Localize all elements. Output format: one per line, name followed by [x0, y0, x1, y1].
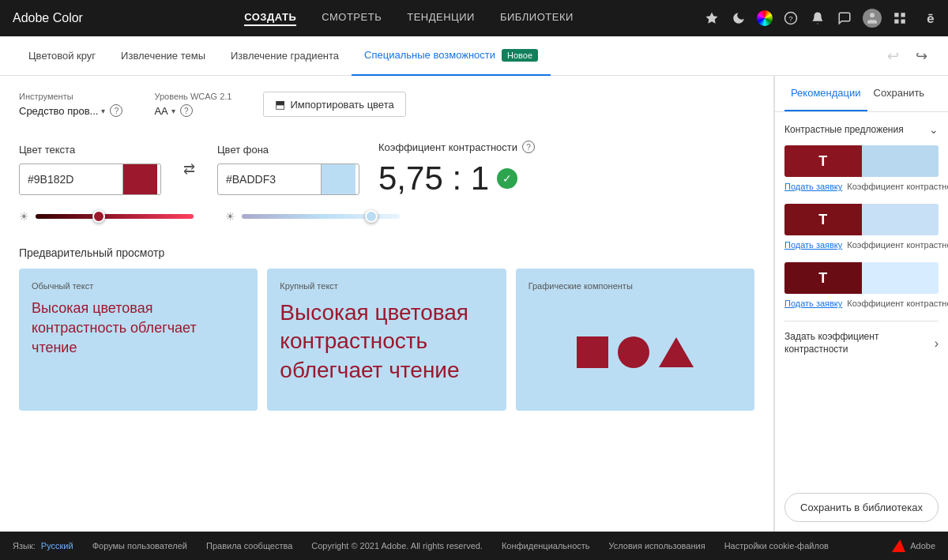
- proposal-meta-3: Подать заявку Коэффициент контрастности …: [784, 299, 939, 308]
- wcag-select: AA ▾ ?: [154, 104, 231, 117]
- text-color-group: Цвет текста: [19, 144, 161, 195]
- nav-libraries[interactable]: БИБЛИОТЕКИ: [500, 11, 574, 26]
- footer-adobe-text: Adobe: [910, 541, 935, 551]
- text-color-swatch[interactable]: [122, 164, 157, 194]
- tab-recommendations[interactable]: Рекомендации: [784, 76, 867, 111]
- proposal-text-half-2: T: [784, 204, 862, 235]
- swap-colors-button[interactable]: ⇄: [180, 160, 198, 178]
- tab-save[interactable]: Сохранить: [867, 76, 931, 111]
- proposal-bg-half-1: [862, 145, 939, 177]
- svg-rect-2: [894, 13, 898, 17]
- preview-card-large: Крупный текст Высокая цветовая контрастн…: [267, 269, 506, 411]
- grid-icon[interactable]: [891, 9, 908, 27]
- bg-color-group: Цвет фона: [217, 144, 359, 195]
- bg-color-input[interactable]: [218, 167, 321, 191]
- footer-confidential[interactable]: Конфиденциальность: [502, 541, 590, 551]
- expand-icon[interactable]: ⌄: [929, 123, 939, 136]
- proposal-bg-half-2: [862, 204, 939, 235]
- redo-button[interactable]: ↪: [910, 45, 932, 67]
- card-large-type: Крупный текст: [280, 281, 493, 291]
- card-graphics-type: Графические компоненты: [529, 281, 742, 291]
- left-panel: Инструменты Средство пров... ▾ ? Уровень…: [0, 76, 774, 532]
- subnav-theme[interactable]: Извлечение темы: [108, 36, 218, 76]
- wcag-help-icon[interactable]: ?: [180, 104, 193, 117]
- tool-help-icon[interactable]: ?: [110, 104, 122, 117]
- nav-view[interactable]: СМОТРЕТЬ: [322, 11, 382, 26]
- wcag-select-btn[interactable]: AA ▾: [154, 105, 175, 117]
- footer-cookies[interactable]: Настройки cookie-файлов: [724, 541, 829, 551]
- right-panel: Рекомендации Сохранить Контрастные предл…: [774, 76, 948, 532]
- subnav-color-wheel[interactable]: Цветовой круг: [16, 36, 108, 76]
- set-contrast-label: Задать коэффициент контрастности: [784, 331, 935, 355]
- sliders-row: ☀ ☀: [19, 210, 754, 223]
- card-large-text: Высокая цветовая контрастность облегчает…: [280, 299, 493, 385]
- save-to-libraries-button[interactable]: Сохранить в библиотеках: [784, 493, 939, 522]
- proposal-item-2: T Подать заявку Коэффициент контрастност…: [784, 204, 939, 250]
- footer: Язык: Русский Форумы пользователей Прави…: [0, 532, 948, 560]
- nav-trends[interactable]: ТЕНДЕНЦИИ: [407, 11, 475, 26]
- right-tabs: Рекомендации Сохранить: [775, 76, 948, 112]
- proposal-link-2[interactable]: Подать заявку: [784, 240, 842, 250]
- shape-square: [577, 336, 608, 368]
- behance-icon[interactable]: [918, 9, 935, 27]
- preview-label: Предварительный просмотр: [19, 246, 754, 259]
- undo-button[interactable]: ↩: [882, 45, 904, 67]
- proposal-meta-2: Подать заявку Коэффициент контрастности …: [784, 240, 939, 250]
- proposal-text-half-1: T: [784, 145, 862, 177]
- svg-rect-3: [901, 13, 905, 17]
- adobe-logo-icon: [891, 539, 905, 553]
- proposal-link-3[interactable]: Подать заявку: [784, 299, 842, 308]
- set-contrast[interactable]: Задать коэффициент контрастности ›: [784, 321, 939, 365]
- import-button[interactable]: ⬒ Импортировать цвета: [263, 92, 405, 117]
- footer-community[interactable]: Правила сообщества: [206, 541, 292, 551]
- preview-card-graphics: Графические компоненты: [516, 269, 754, 411]
- set-contrast-arrow-icon: ›: [935, 336, 939, 351]
- new-badge: Новое: [502, 49, 538, 62]
- star-icon[interactable]: [703, 9, 720, 27]
- tool-select: Средство пров... ▾ ?: [19, 104, 122, 117]
- bg-color-track[interactable]: [242, 214, 400, 219]
- preview-card-normal: Обычный текст Высокая цветовая контрастн…: [19, 269, 258, 411]
- shape-triangle: [659, 337, 694, 367]
- footer-forums[interactable]: Форумы пользователей: [92, 541, 187, 551]
- bell-icon[interactable]: [809, 9, 826, 27]
- contrast-help-icon[interactable]: ?: [522, 141, 535, 153]
- subnav-accessibility[interactable]: Специальные возможности Новое: [352, 36, 551, 76]
- proposal-link-1[interactable]: Подать заявку: [784, 182, 842, 191]
- help-icon[interactable]: ?: [782, 9, 799, 27]
- text-color-label: Цвет текста: [19, 144, 161, 156]
- footer-terms[interactable]: Условия использования: [609, 541, 705, 551]
- nav-create[interactable]: СОЗДАТЬ: [244, 11, 296, 26]
- subnav-gradient[interactable]: Извлечение градиента: [218, 36, 352, 76]
- contrast-value: 5,75 : 1 ✓: [378, 160, 517, 197]
- preview-graphics: [529, 306, 742, 398]
- footer-adobe-logo: Adobe: [891, 539, 935, 553]
- moon-icon[interactable]: [730, 9, 747, 27]
- text-color-slider: ☀: [19, 210, 194, 223]
- shape-circle: [618, 336, 649, 368]
- footer-lang-link[interactable]: Русский: [41, 541, 73, 551]
- import-icon: ⬒: [275, 98, 285, 111]
- chat-icon[interactable]: [836, 9, 853, 27]
- card-normal-text: Высокая цветовая контрастность облегчает…: [32, 299, 245, 359]
- avatar[interactable]: [863, 9, 882, 28]
- contrast-proposals-label: Контрастные предложения: [784, 124, 904, 135]
- proposal-ratio-2: Коэффициент контрастности 7,0:1: [847, 240, 948, 250]
- right-content: Контрастные предложения ⌄ T Подать заявк…: [775, 112, 948, 483]
- bg-color-thumb[interactable]: [365, 210, 378, 223]
- chevron-down-icon-2: ▾: [171, 107, 175, 115]
- app-logo: Adobe Color: [13, 11, 83, 25]
- color-wheel-icon[interactable]: [757, 10, 773, 26]
- proposal-ratio-3: Коэффициент контрастности 8,0:1: [847, 299, 948, 308]
- text-color-track[interactable]: [36, 214, 194, 219]
- chevron-down-icon: ▾: [101, 107, 105, 115]
- card-normal-type: Обычный текст: [32, 281, 245, 291]
- bg-color-swatch[interactable]: [321, 164, 356, 194]
- text-color-thumb[interactable]: [92, 210, 105, 223]
- proposal-preview-3: T: [784, 262, 939, 294]
- tool-select-btn[interactable]: Средство пров... ▾: [19, 105, 105, 117]
- color-inputs-row: Цвет текста ⇄ Цвет фона Коэффициент конт…: [19, 141, 754, 197]
- sun-icon-right: ☀: [225, 210, 235, 223]
- proposal-preview-1: T: [784, 145, 939, 177]
- text-color-input[interactable]: [20, 167, 122, 191]
